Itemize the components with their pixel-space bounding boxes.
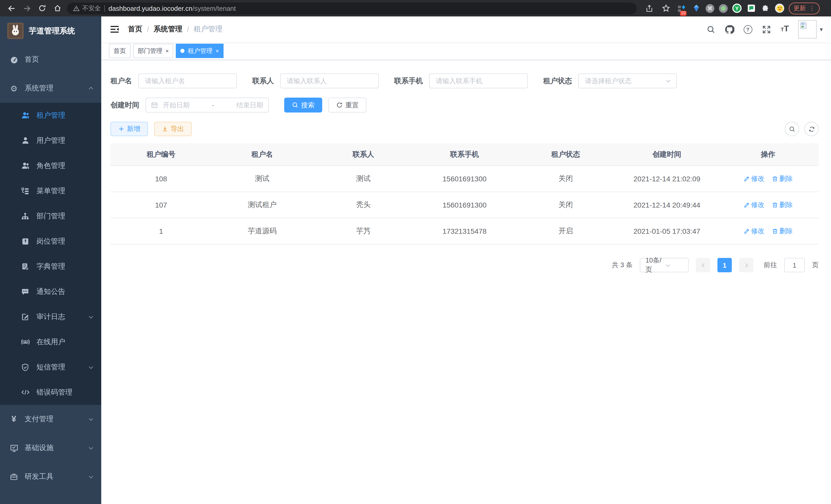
sidebar-item-infrastructure[interactable]: 基础设施 (0, 434, 101, 463)
tenant-name-input[interactable] (138, 73, 237, 88)
reset-button[interactable]: 重置 (328, 98, 366, 113)
sidebar-item-tenant[interactable]: 租户管理 (0, 103, 101, 128)
table-header-row: 租户编号 租户名 联系人 联系手机 租户状态 创建时间 操作 (111, 143, 819, 166)
sidebar-item-sms[interactable]: 短信管理 (0, 355, 101, 380)
page-number-1[interactable]: 1 (717, 258, 732, 272)
extensions-puzzle-icon[interactable] (761, 3, 770, 13)
sidebar-item-roles[interactable]: 角色管理 (0, 153, 101, 178)
close-icon[interactable]: × (166, 48, 169, 54)
back-icon[interactable] (5, 2, 18, 14)
table-toolbar: 新增 导出 (111, 122, 819, 136)
fullscreen-icon[interactable] (761, 24, 771, 34)
extension-emoji-icon[interactable] (775, 4, 784, 13)
edit-icon (743, 228, 749, 234)
col-status: 租户状态 (515, 143, 617, 166)
delete-link[interactable]: 删除 (772, 200, 793, 210)
app-logo-row[interactable]: 芋道管理系统 (0, 17, 101, 45)
browser-menu-icon[interactable]: ⋮ (809, 5, 815, 12)
extension-y-icon[interactable]: Y (732, 4, 742, 13)
avatar-dropdown-caret[interactable]: ▼ (819, 26, 824, 32)
delete-link[interactable]: 删除 (772, 174, 793, 183)
chevron-left-icon (700, 262, 706, 268)
address-bar[interactable]: 不安全 dashboard.yudao.iocoder.cn/system/te… (67, 2, 637, 14)
breadcrumb: 首页 / 系统管理 / 租户管理 (128, 25, 223, 34)
audit-log-icon (21, 312, 30, 321)
tab-home[interactable]: 首页 (109, 44, 131, 58)
tab-label: 部门管理 (138, 47, 163, 55)
edit-link[interactable]: 修改 (743, 174, 765, 183)
delete-link[interactable]: 删除 (772, 227, 793, 236)
next-page-button[interactable] (739, 258, 753, 272)
reload-icon[interactable] (36, 2, 48, 14)
extension-command-icon[interactable]: ⌘ (706, 4, 714, 12)
security-status[interactable]: 不安全 (73, 4, 101, 12)
export-button[interactable]: 导出 (154, 122, 192, 136)
sidebar-item-home[interactable]: 首页 (0, 45, 101, 74)
sidebar-item-dict[interactable]: 字典管理 (0, 254, 101, 279)
share-icon[interactable] (643, 2, 655, 14)
breadcrumb-current: 租户管理 (194, 25, 223, 34)
breadcrumb-home[interactable]: 首页 (128, 25, 142, 34)
page-size-select[interactable]: 10条/页 (640, 258, 689, 272)
mobile-input[interactable] (429, 73, 528, 88)
toggle-search-icon[interactable] (785, 122, 799, 136)
sidebar-item-error-codes[interactable]: 错误码管理 (0, 380, 101, 405)
extension-sketch-icon[interactable]: 10 (677, 3, 687, 13)
extension-green-dot-icon[interactable] (719, 4, 728, 12)
forward-icon[interactable] (21, 2, 33, 14)
extension-chat-icon[interactable] (746, 3, 756, 13)
monitor-icon (9, 443, 19, 453)
page-root: 不安全 dashboard.yudao.iocoder.cn/system/te… (0, 0, 831, 504)
tags-view: 首页 部门管理 × 租户管理 × (101, 42, 831, 60)
home-icon[interactable] (51, 2, 64, 14)
github-icon[interactable] (724, 24, 735, 34)
browser-update-button[interactable]: 更新 ⋮ (789, 2, 820, 14)
sidebar-item-departments[interactable]: 部门管理 (0, 203, 101, 229)
add-button[interactable]: 新增 (111, 122, 148, 136)
system-submenu: 租户管理 用户管理 角色管理 (0, 103, 101, 405)
refresh-table-icon[interactable] (804, 122, 819, 136)
header-search-icon[interactable] (706, 24, 716, 34)
cell-actions: 修改删除 (717, 192, 819, 218)
sidebar-item-audit-log[interactable]: 审计日志 (0, 304, 101, 329)
filter-mobile: 联系手机 (394, 73, 528, 88)
sidebar-item-payment[interactable]: ¥ 支付管理 (0, 405, 101, 434)
edit-link[interactable]: 修改 (743, 200, 765, 210)
status-select[interactable]: 请选择租户状态 (578, 73, 677, 88)
sidebar-toggle-icon[interactable] (110, 24, 120, 34)
sidebar-item-devtools[interactable]: 研发工具 (0, 463, 101, 491)
close-icon[interactable]: × (216, 48, 219, 54)
yen-icon: ¥ (9, 415, 19, 424)
tab-tenant[interactable]: 租户管理 × (176, 44, 224, 58)
sidebar-item-menus[interactable]: 菜单管理 (0, 178, 101, 203)
cell-created: 2021-12-14 20:49:44 (616, 192, 717, 218)
avatar[interactable] (798, 20, 816, 38)
help-icon[interactable]: ? (743, 24, 753, 34)
breadcrumb-system[interactable]: 系统管理 (154, 25, 182, 34)
sidebar-item-users[interactable]: 用户管理 (0, 128, 101, 153)
bookmark-star-icon[interactable] (660, 2, 672, 14)
sidebar-item-label: 角色管理 (36, 161, 65, 170)
range-separator: - (212, 101, 214, 109)
cell-id: 108 (111, 166, 212, 192)
extension-gem-icon[interactable] (691, 3, 701, 13)
announcement-icon (21, 287, 30, 296)
prev-page-button[interactable] (696, 258, 710, 272)
url-text[interactable]: dashboard.yudao.iocoder.cn/system/tenant (109, 4, 236, 12)
tab-label: 租户管理 (188, 47, 212, 55)
sidebar-item-posts[interactable]: 岗位管理 (0, 229, 101, 254)
edit-link[interactable]: 修改 (743, 227, 765, 236)
col-tenant-id: 租户编号 (111, 143, 212, 166)
sidebar-item-online-users[interactable]: 在线用户 (0, 329, 101, 355)
cell-name: 测试租户 (212, 192, 313, 218)
sidebar-item-system[interactable]: ⚙ 系统管理 (0, 74, 101, 103)
tab-departments[interactable]: 部门管理 × (133, 44, 173, 58)
search-button[interactable]: 搜索 (284, 98, 322, 113)
chevron-down-icon (88, 474, 94, 480)
sidebar-item-notice[interactable]: 通知公告 (0, 279, 101, 304)
date-range-picker[interactable]: 开始日期 - 结束日期 (145, 98, 269, 113)
font-size-icon[interactable]: TT (780, 24, 790, 34)
sidebar-item-label: 租户管理 (36, 111, 65, 120)
goto-page-input[interactable] (784, 258, 805, 272)
contact-input[interactable] (280, 73, 379, 88)
